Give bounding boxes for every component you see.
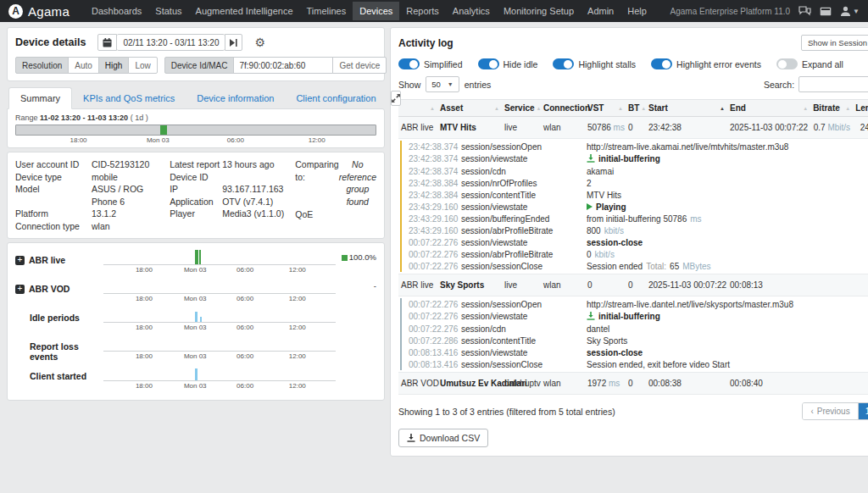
column-header-asset[interactable]: Asset▲ — [437, 100, 502, 116]
chart-row-title: ABR VOD — [29, 284, 70, 294]
event-name: session/nrOfProfiles — [461, 179, 587, 188]
event-name: session/contentTitle — [461, 336, 587, 346]
column-header-end[interactable]: End▲ — [727, 100, 810, 116]
column-header-vst[interactable]: VST▲ — [585, 100, 626, 116]
event-row[interactable]: 23:43:29.160session/abrProfileBitrate800… — [402, 224, 868, 236]
tab-summary[interactable]: Summary — [8, 87, 72, 109]
event-name: session/viewstate — [461, 238, 587, 247]
nav-item-dashboards[interactable]: Dashboards — [85, 2, 148, 20]
toggle-expand-all[interactable]: Expand all — [776, 58, 843, 69]
tab-device-information[interactable]: Device information — [186, 88, 285, 108]
session-service: live — [502, 276, 541, 294]
event-row[interactable]: 00:07:22.286session/contentTitleSky Spor… — [402, 335, 868, 346]
nav-item-analytics[interactable]: Analytics — [446, 2, 497, 20]
event-row[interactable]: 00:07:22.276session/sessionOpenhttp://st… — [402, 298, 868, 310]
tab-client-configuration[interactable]: Client configuration — [285, 88, 387, 108]
nav-item-status[interactable]: Status — [148, 2, 188, 20]
event-row[interactable]: 23:43:29.160session/viewstatePlaying — [402, 201, 868, 213]
event-row[interactable]: 00:07:22.276session/viewstateinitial-buf… — [402, 310, 868, 323]
calendar-icon[interactable] — [97, 34, 117, 51]
event-row[interactable]: 23:42:38.374session/viewstateinitial-buf… — [402, 152, 868, 165]
toggle-hide-idle[interactable]: Hide idle — [478, 58, 538, 69]
session-row-mtv-hits[interactable]: ABR liveMTV Hitslivewlan50786 ms023:42:3… — [398, 117, 868, 139]
page-size-select[interactable]: 50▼ — [426, 76, 459, 92]
event-value-part: kbit/s — [595, 250, 615, 259]
event-row[interactable]: 00:08:13.416session/sessionCloseSession … — [402, 358, 868, 370]
session-row-umutsuz-ev-kadinlari[interactable]: ABR VODUmutsuz Ev Kadinlaricatchuptvwlan… — [398, 373, 868, 395]
session-row-sky-sports[interactable]: ABR liveSky Sportslivewlan002025-11-03 0… — [398, 274, 868, 296]
event-row[interactable]: 23:42:38.374session/sessionOpenhttp://st… — [402, 141, 868, 152]
gear-icon[interactable]: ⚙ — [254, 36, 265, 49]
chevron-left-icon: ‹ — [810, 407, 813, 416]
event-time: 00:08:13.416 — [409, 348, 461, 357]
session-vst: 1972 ms — [585, 374, 626, 392]
column-header-length[interactable]: Length▲ — [853, 100, 868, 116]
activity-toggles: SimplifiedHide idleHighlight stallsHighl… — [398, 58, 868, 69]
column-header-item[interactable]: ▲ — [398, 100, 437, 116]
nav-item-devices[interactable]: Devices — [353, 2, 399, 20]
axis-tick: 06:00 — [227, 136, 244, 144]
chat-icon[interactable] — [798, 6, 811, 16]
resolution-auto-button[interactable]: Auto — [68, 57, 99, 74]
event-value-part: 0 — [587, 250, 592, 259]
brand-logo[interactable]: A Agama — [8, 4, 70, 19]
event-row[interactable]: 00:07:22.276session/sessionCloseSession … — [402, 260, 868, 272]
info-value: mobile — [92, 171, 118, 184]
expand-plus-icon[interactable]: + — [15, 285, 25, 294]
session-start: 00:08:38 — [646, 374, 727, 392]
panel-icon[interactable] — [820, 7, 832, 16]
column-header-start[interactable]: Start▲ — [646, 100, 727, 116]
column-header-bitrate[interactable]: Bitrate▲ — [810, 100, 853, 116]
download-csv-button[interactable]: Download CSV — [398, 429, 488, 447]
device-id-input[interactable] — [233, 57, 333, 74]
info-row: Connection typewlan — [15, 220, 170, 233]
event-value: Session endedTotal:65MBytes — [587, 262, 868, 271]
toggle-simplified[interactable]: Simplified — [398, 58, 463, 69]
column-header-service[interactable]: Service▲ — [502, 100, 541, 116]
skip-to-latest-icon[interactable] — [225, 34, 242, 51]
resolution-high-button[interactable]: High — [98, 57, 130, 74]
axis-tick: 18:00 — [136, 382, 153, 390]
nav-item-help[interactable]: Help — [620, 2, 654, 20]
platform-label: Agama Enterprise Platform 11.0 — [670, 7, 791, 16]
info-value: ASUS / ROG Phone 6 — [92, 183, 170, 208]
event-row[interactable]: 00:08:13.416session/viewstatesession-clo… — [402, 346, 868, 358]
search-input[interactable] — [798, 76, 868, 92]
event-row[interactable]: 00:07:22.276session/cdndantel — [402, 323, 868, 335]
expand-plus-icon[interactable]: + — [15, 256, 25, 265]
page-number-button[interactable]: 1 — [858, 403, 868, 419]
event-row[interactable]: 23:42:38.384session/contentTitleMTV Hits — [402, 189, 868, 201]
tab-kpis-and-qos-metrics[interactable]: KPIs and QoS metrics — [72, 88, 186, 108]
resolution-low-button[interactable]: Low — [128, 57, 157, 74]
event-row[interactable]: 23:42:38.374session/cdnakamai — [402, 165, 868, 177]
expand-panel-button[interactable] — [391, 91, 401, 106]
toggle-highlight-error-events[interactable]: Highlight error events — [651, 58, 761, 69]
event-time: 23:42:38.384 — [409, 179, 461, 188]
chart-ticks: 18:00Mon 0306:0012:00 — [103, 381, 336, 391]
device-details-panel: Device details 02/11 13:20 - 03/11 13:20… — [7, 27, 385, 401]
session-bitrate: 0.7 Mbit/s — [810, 119, 853, 136]
nav-item-augmented-intelligence[interactable]: Augmented Intelligence — [189, 2, 300, 20]
event-value: Playing — [587, 202, 868, 212]
event-row[interactable]: 00:07:22.276session/viewstatesession-clo… — [402, 236, 868, 248]
date-range-input[interactable]: 02/11 13:20 - 03/11 13:20 — [117, 34, 225, 51]
column-header-connection[interactable]: Connection▲ — [541, 100, 585, 116]
chart-area: 18:00Mon 0306:0012:00 — [103, 336, 336, 361]
previous-page-button[interactable]: ‹Previous — [803, 403, 857, 419]
range-selector-bar[interactable] — [15, 125, 376, 136]
nav-item-reports[interactable]: Reports — [399, 2, 446, 20]
session-type: ABR live — [398, 276, 437, 294]
event-row[interactable]: 00:07:22.276session/abrProfileBitrate0kb… — [402, 248, 868, 260]
nav-item-admin[interactable]: Admin — [581, 2, 620, 20]
nav-item-monitoring-setup[interactable]: Monitoring Setup — [497, 2, 581, 20]
user-menu[interactable]: ▼ — [840, 6, 860, 16]
nav-item-timelines[interactable]: Timelines — [300, 2, 353, 20]
info-key: Platform — [15, 208, 92, 220]
event-time: 00:07:22.276 — [409, 262, 461, 271]
toggle-highlight-stalls[interactable]: Highlight stalls — [553, 58, 636, 69]
session-explorer-button[interactable]: Show in Session Explorer — [801, 35, 868, 51]
event-row[interactable]: 23:43:29.160session/bufferingEndedfrom i… — [402, 213, 868, 224]
column-header-bt[interactable]: BT▲ — [626, 100, 646, 116]
event-row[interactable]: 23:42:38.384session/nrOfProfiles2 — [402, 177, 868, 189]
get-device-button[interactable]: Get device — [332, 57, 387, 74]
